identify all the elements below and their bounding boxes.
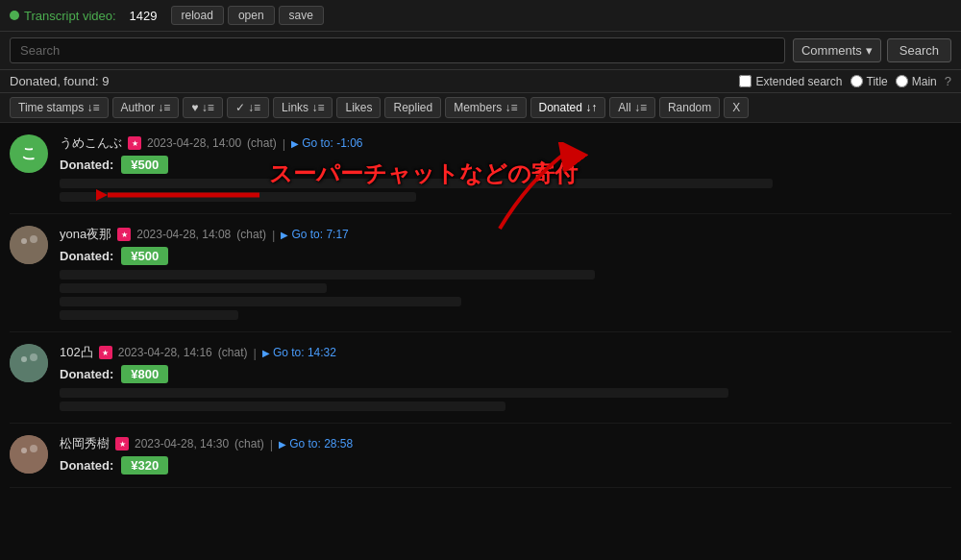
extended-search-label[interactable]: Extended search [739, 75, 842, 88]
chat-body: 102凸★2023-04-28, 14:16(chat)|▶ Go to: 14… [60, 344, 951, 415]
play-icon: ▶ [281, 230, 288, 240]
save-button[interactable]: save [279, 6, 324, 25]
main-wrapper: こうめこんぶ★2023-04-28, 14:00(chat)|▶ Go to: … [0, 123, 961, 550]
svg-point-6 [21, 356, 27, 362]
author-button[interactable]: Author ↓≡ [112, 97, 180, 118]
donated-row: Donated:¥500 [60, 156, 951, 174]
chat-type: (chat) [236, 228, 266, 241]
avatar [10, 435, 48, 474]
svg-point-2 [10, 226, 48, 264]
random-button[interactable]: Random [659, 97, 720, 118]
main-radio-label[interactable]: Main [896, 75, 937, 88]
question-mark: ? [945, 74, 951, 88]
buttons-row: Time stamps ↓≡ Author ↓≡ ♥ ↓≡ ✓ ↓≡ Links… [0, 93, 961, 123]
member-icon: ★ [99, 346, 112, 359]
replied-button[interactable]: Replied [384, 97, 441, 118]
goto-link[interactable]: ▶ Go to: -1:06 [291, 136, 362, 150]
main-radio[interactable] [896, 75, 908, 87]
separator-icon: | [283, 136, 285, 151]
chat-text-line [60, 179, 773, 188]
chat-text-line [60, 270, 595, 280]
svg-point-9 [21, 448, 27, 453]
chat-header: 102凸★2023-04-28, 14:16(chat)|▶ Go to: 14… [60, 344, 951, 361]
title-radio-label[interactable]: Title [850, 75, 888, 88]
donated-amount: ¥320 [121, 456, 168, 475]
separator-icon: | [272, 228, 275, 242]
chat-header: 松岡秀樹★2023-04-28, 14:30(chat)|▶ Go to: 28… [60, 435, 951, 452]
username: うめこんぶ [60, 134, 122, 152]
donated-label: Donated: [60, 458, 113, 473]
reload-button[interactable]: reload [171, 6, 224, 25]
avatar [10, 226, 48, 264]
links-button[interactable]: Links ↓≡ [273, 97, 333, 118]
chat-item: 102凸★2023-04-28, 14:16(chat)|▶ Go to: 14… [10, 332, 951, 424]
status-dot [10, 11, 19, 20]
svg-point-3 [21, 238, 27, 244]
extended-search-checkbox[interactable] [739, 75, 752, 87]
chat-text-line [60, 283, 327, 293]
chevron-down-icon: ▾ [866, 43, 873, 58]
filter-row: Donated, found: 9 Extended search Title … [0, 70, 961, 93]
chat-item: こうめこんぶ★2023-04-28, 14:00(chat)|▶ Go to: … [10, 123, 951, 214]
chat-item: 松岡秀樹★2023-04-28, 14:30(chat)|▶ Go to: 28… [10, 424, 951, 488]
donated-label: Donated: [60, 367, 113, 381]
all-button[interactable]: All ↓≡ [609, 97, 655, 118]
main-radio-text: Main [912, 75, 937, 88]
chat-header: yona夜那★2023-04-28, 14:08(chat)|▶ Go to: … [60, 226, 951, 243]
donated-button[interactable]: Donated ↓↑ [530, 97, 606, 118]
search-input[interactable] [10, 37, 785, 63]
extended-search-text: Extended search [755, 75, 842, 88]
search-bar: Comments ▾ Search [0, 32, 961, 70]
members-button[interactable]: Members ↓≡ [445, 97, 526, 118]
timestamp: 2023-04-28, 14:30 [135, 437, 229, 450]
svg-point-10 [30, 445, 37, 452]
donated-label: Donated: [60, 158, 113, 172]
found-label: Donated, found: 9 [10, 74, 109, 88]
donated-amount: ¥500 [121, 247, 168, 265]
svg-point-8 [10, 435, 48, 474]
avatar: こ [10, 134, 48, 173]
comments-dropdown[interactable]: Comments ▾ [793, 38, 881, 62]
chat-text-line [60, 297, 461, 306]
donated-amount: ¥800 [121, 365, 168, 383]
title-radio[interactable] [850, 75, 863, 87]
chat-text-line [60, 388, 728, 398]
title-radio-text: Title [867, 75, 888, 88]
chat-item: yona夜那★2023-04-28, 14:08(chat)|▶ Go to: … [10, 214, 951, 332]
top-bar: Transcript video: 1429 reload open save [0, 0, 961, 32]
member-icon: ★ [117, 228, 131, 241]
goto-link[interactable]: ▶ Go to: 28:58 [279, 437, 353, 450]
timestamps-button[interactable]: Time stamps ↓≡ [10, 97, 109, 118]
member-icon: ★ [115, 437, 129, 450]
avatar [10, 344, 48, 382]
play-icon: ▶ [291, 138, 299, 149]
transcript-indicator: Transcript video: [10, 9, 116, 23]
goto-link[interactable]: ▶ Go to: 14:32 [262, 346, 336, 359]
transcript-label: Transcript video: [24, 9, 116, 23]
svg-point-4 [30, 235, 37, 243]
chat-text-line [60, 310, 238, 320]
play-icon: ▶ [279, 439, 286, 450]
comments-label: Comments [801, 43, 862, 58]
timestamp: 2023-04-28, 14:08 [136, 228, 231, 241]
main-content: こうめこんぶ★2023-04-28, 14:00(chat)|▶ Go to: … [0, 123, 961, 550]
donated-row: Donated:¥320 [60, 456, 951, 475]
goto-link[interactable]: ▶ Go to: 7:17 [281, 228, 348, 241]
likes-button[interactable]: Likes [336, 97, 381, 118]
donated-label: Donated: [60, 249, 113, 263]
open-button[interactable]: open [228, 6, 275, 25]
play-icon: ▶ [262, 348, 270, 358]
chat-text-line [60, 192, 416, 202]
video-count: 1429 [130, 9, 158, 23]
donated-row: Donated:¥800 [60, 365, 951, 383]
check-button[interactable]: ✓ ↓≡ [227, 97, 269, 118]
close-filter-button[interactable]: X [724, 97, 749, 118]
timestamp: 2023-04-28, 14:16 [118, 346, 212, 359]
chat-body: うめこんぶ★2023-04-28, 14:00(chat)|▶ Go to: -… [60, 134, 951, 206]
heart-button[interactable]: ♥ ↓≡ [183, 97, 222, 118]
svg-point-7 [30, 353, 37, 361]
search-execute-button[interactable]: Search [887, 38, 951, 62]
svg-point-5 [10, 344, 48, 382]
separator-icon: | [270, 437, 273, 451]
donated-amount: ¥500 [121, 156, 168, 174]
